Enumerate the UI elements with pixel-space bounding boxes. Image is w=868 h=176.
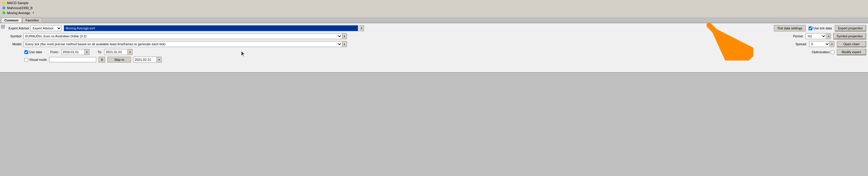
scroll-down-icon: ▼ <box>32 11 35 14</box>
period-select[interactable]: H1 <box>806 33 826 39</box>
to-date-field: ▼ <box>104 49 132 55</box>
symbol-properties-button[interactable]: Symbol properties <box>833 33 866 39</box>
symbol-label: Symbol: <box>6 34 22 38</box>
optimization-label: Optimization <box>812 50 834 54</box>
spread-select[interactable]: 5 <box>809 41 830 47</box>
from-date-input[interactable] <box>61 49 85 55</box>
nav-item-macd-label: MACD Sample <box>7 1 29 5</box>
use-tick-data-label: Use tick data <box>809 27 832 30</box>
ea-name-text: Moving Average.ex4 <box>66 27 95 30</box>
tab-common[interactable]: Common <box>1 17 22 23</box>
expert-properties-button[interactable]: Expert properties <box>835 25 866 31</box>
expert-advisor-select[interactable]: Expert Advisor <box>31 25 62 31</box>
mahmoud-icon <box>2 6 6 10</box>
period-dropdown-arrow[interactable]: ▼ <box>826 33 831 39</box>
nav-item-moving-average-label: Moving Average <box>7 11 30 15</box>
progress-bar <box>49 57 96 62</box>
from-label: From: <box>50 50 59 54</box>
use-tick-data-checkbox[interactable] <box>809 27 812 30</box>
nav-item-moving-average[interactable]: Moving Average ▼ <box>1 10 867 15</box>
visual-mode-label: Visual mode <box>24 58 47 62</box>
ea-name-input[interactable]: Moving Average.ex4 <box>64 25 358 31</box>
tab-favorites[interactable]: Favorites <box>22 17 42 23</box>
macd-icon <box>2 1 6 5</box>
open-chart-button[interactable]: Open chart <box>837 41 866 47</box>
visual-mode-checkbox[interactable] <box>24 58 28 62</box>
to-label: To: <box>98 50 102 54</box>
from-date-calendar[interactable]: ▼ <box>85 49 89 55</box>
spread-label: Spread: <box>792 42 807 46</box>
skip-to-date-field: ▼ <box>133 57 161 63</box>
use-date-checkbox[interactable] <box>24 50 28 54</box>
close-button[interactable]: × <box>1 25 5 29</box>
period-label: Period: <box>788 34 803 38</box>
moving-average-icon <box>2 11 6 15</box>
expert-advisor-label: Expert Advisor <box>6 27 29 30</box>
skip-to-calendar[interactable]: ▼ <box>157 57 161 63</box>
nav-item-macd[interactable]: MACD Sample <box>1 1 867 5</box>
symbol-dropdown-arrow[interactable]: ▼ <box>342 33 347 39</box>
pause-button[interactable]: ⏸ <box>99 57 105 63</box>
optimization-checkbox[interactable] <box>831 50 834 54</box>
skip-to-date-input[interactable] <box>133 57 157 63</box>
model-label: Model: <box>6 42 22 46</box>
use-date-label: Use date <box>24 50 42 54</box>
modify-expert-button[interactable]: Modify expert <box>837 49 866 55</box>
spread-dropdown-arrow[interactable]: ▼ <box>830 41 834 47</box>
model-dropdown-arrow[interactable]: ▼ <box>342 41 347 47</box>
nav-item-mahmoud-label: Mahmoud1990_B <box>7 6 33 10</box>
to-date-input[interactable] <box>104 49 128 55</box>
from-date-field: ▼ <box>61 49 89 55</box>
skip-to-button[interactable]: Skip to <box>107 57 131 63</box>
ea-dropdown-arrow[interactable]: ▼ <box>359 25 364 31</box>
to-date-calendar[interactable]: ▼ <box>128 49 132 55</box>
model-select[interactable]: Every tick (the most precise method base… <box>23 41 342 47</box>
nav-item-mahmoud[interactable]: Mahmoud1990_B <box>1 6 867 10</box>
symbol-select[interactable]: EURAUDm, Euro vs Australian Dollar (3.2) <box>23 33 342 39</box>
main-panel: × Expert Advisor Expert Advisor Moving A… <box>0 23 868 73</box>
tick-data-settings-button[interactable]: Tick data settings <box>774 25 805 31</box>
